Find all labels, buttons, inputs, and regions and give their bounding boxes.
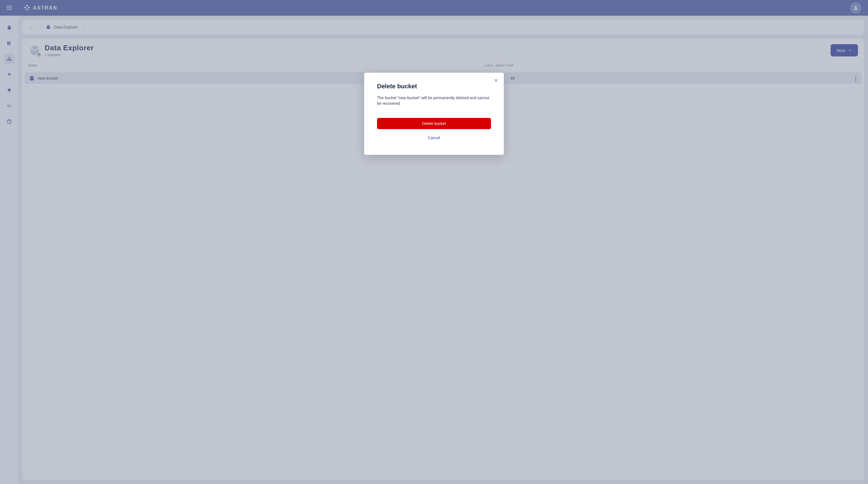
confirm-delete-button[interactable]: Delete bucket	[377, 118, 491, 129]
modal-overlay[interactable]: Delete bucket The bucket "new-bucket" wi…	[0, 0, 868, 484]
modal-divider	[377, 113, 491, 113]
modal-title: Delete bucket	[377, 83, 491, 90]
cancel-button[interactable]: Cancel	[377, 133, 491, 143]
close-icon	[494, 78, 498, 83]
delete-bucket-modal: Delete bucket The bucket "new-bucket" wi…	[364, 73, 504, 155]
modal-close-button[interactable]	[492, 77, 500, 84]
modal-body: The bucket "new-bucket" will be permanen…	[377, 95, 491, 107]
